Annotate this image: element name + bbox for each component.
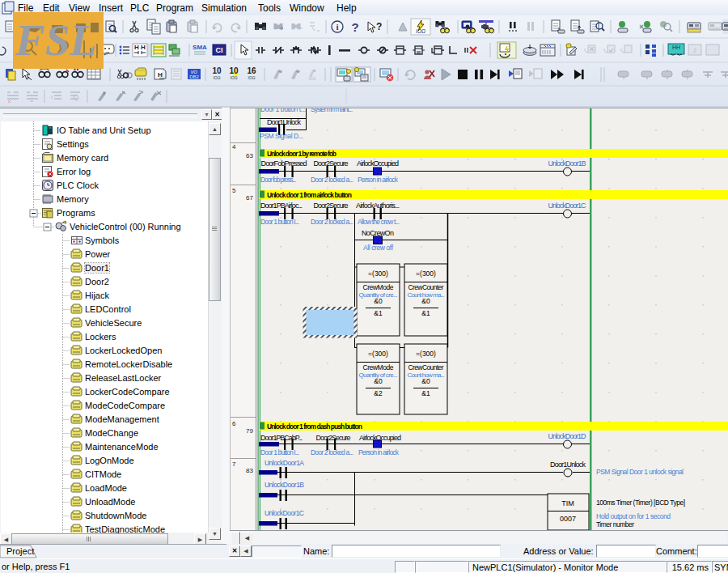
svg-text:Hold output on for 1 second: Hold output on for 1 second: [596, 512, 671, 520]
svg-text:79: 79: [246, 427, 253, 435]
svg-text:83: 83: [246, 467, 253, 474]
svg-text:UnlockDoor1D: UnlockDoor1D: [548, 432, 587, 440]
svg-text:&0: &0: [421, 377, 430, 385]
svg-text:2: 2: [693, 47, 697, 54]
svg-text:ΙΟΩ: ΙΟΩ: [213, 75, 220, 80]
svg-text:Person in airlock: Person in airlock: [358, 448, 400, 456]
svg-text:=(300): =(300): [416, 270, 436, 278]
svg-text:All crew off: All crew off: [363, 244, 394, 252]
svg-text:UnlockDoor1A: UnlockDoor1A: [265, 459, 304, 467]
svg-text:Door2Secure: Door2Secure: [314, 159, 349, 168]
svg-text:UnlockDoor1C: UnlockDoor1C: [265, 509, 304, 517]
svg-text:Door1PBAirloc...: Door1PBAirloc...: [260, 202, 303, 210]
svg-text:Count how ma...: Count how ma...: [408, 371, 445, 379]
svg-text:UnlockDoor1B: UnlockDoor1B: [548, 159, 586, 168]
svg-text:UnlockDoor1C: UnlockDoor1C: [548, 202, 587, 210]
svg-text:16: 16: [247, 66, 256, 75]
svg-text:&0: &0: [374, 377, 383, 385]
svg-text:6: 6: [232, 420, 236, 427]
svg-text:Door2Secure: Door2Secure: [316, 434, 351, 442]
svg-text:UnlockDoor1B: UnlockDoor1B: [265, 481, 304, 489]
svg-text:Unlock door 1 from dash push b: Unlock door 1 from dash push button: [267, 422, 362, 431]
svg-text:&0: &0: [421, 297, 430, 305]
svg-text:10: 10: [229, 66, 239, 75]
svg-text:Quantity of cre...: Quantity of cre...: [359, 371, 398, 379]
svg-text:Door1Unlock: Door1Unlock: [550, 461, 586, 469]
svg-text:5: 5: [232, 187, 236, 194]
svg-text:Timer number: Timer number: [596, 520, 634, 528]
svg-text:Door 2 locked a...: Door 2 locked a...: [311, 448, 353, 456]
svg-text:=(300): =(300): [368, 270, 388, 278]
svg-text:0007: 0007: [560, 515, 576, 523]
svg-text:CrewMode: CrewMode: [363, 283, 394, 291]
svg-text:Door 2 locked a...: Door 2 locked a...: [311, 218, 353, 226]
svg-text:&1: &1: [374, 309, 383, 317]
svg-text:=(300): =(300): [416, 350, 436, 358]
svg-text:ΙΟΩ: ΙΟΩ: [248, 75, 255, 80]
svg-text:&0: &0: [374, 297, 383, 305]
svg-text:Allow the crew t...: Allow the crew t...: [358, 218, 400, 226]
svg-text:100ms Timer (Timer) [BCD Type]: 100ms Timer (Timer) [BCD Type]: [596, 499, 685, 507]
svg-text:Door 1 button t...: Door 1 button t...: [260, 108, 306, 113]
svg-text:DB2: DB2: [189, 74, 199, 79]
svg-text:Count how ma...: Count how ma...: [408, 291, 445, 299]
svg-text:Person in airlock: Person in airlock: [358, 176, 399, 184]
svg-text:Door fob press...: Door fob press...: [260, 176, 296, 184]
svg-text:Door 1 button I...: Door 1 button I...: [260, 218, 299, 226]
svg-text:?: ?: [376, 21, 382, 32]
svg-text:7: 7: [232, 461, 236, 468]
svg-text:CrewMode: CrewMode: [363, 363, 394, 371]
svg-text:AirlockOccupied: AirlockOccupied: [357, 159, 399, 168]
svg-text:i: i: [336, 22, 338, 32]
svg-text:Quantity of cre...: Quantity of cre...: [359, 291, 398, 299]
svg-text:ΙΟΩ: ΙΟΩ: [416, 28, 425, 34]
svg-text:Door 1 button I...: Door 1 button I...: [260, 448, 299, 456]
svg-text:HH: HH: [672, 45, 680, 50]
svg-text:63: 63: [246, 152, 253, 159]
svg-text:Door 2 locked a...: Door 2 locked a...: [311, 176, 353, 184]
svg-text:&1: &1: [421, 389, 430, 397]
svg-text:PSM Signal Door 1 unlock signa: PSM Signal Door 1 unlock signal: [596, 468, 684, 476]
svg-text:H: H: [158, 71, 163, 79]
svg-text:4: 4: [232, 143, 236, 151]
svg-text:CI: CI: [216, 46, 223, 54]
svg-text:CrewCounter: CrewCounter: [408, 363, 444, 371]
svg-text:Unlock door 1 from airlock but: Unlock door 1 from airlock button: [267, 191, 352, 199]
svg-text:Door2Secure: Door2Secure: [314, 202, 349, 210]
svg-text:67: 67: [246, 194, 253, 202]
svg-text:?: ?: [351, 20, 358, 34]
svg-text:&2: &2: [374, 389, 383, 397]
svg-text:AirlockAuthoris...: AirlockAuthoris...: [356, 202, 400, 210]
svg-text:=(300): =(300): [368, 350, 388, 358]
svg-text:10: 10: [212, 66, 222, 75]
svg-text:SMA: SMA: [193, 44, 207, 51]
svg-text:TIM: TIM: [561, 499, 574, 507]
svg-text:&1: &1: [421, 309, 430, 317]
svg-text:Unlock door 1 by remote fob: Unlock door 1 by remote fob: [267, 150, 336, 158]
svg-text:System in maint...: System in maint...: [311, 108, 353, 113]
svg-text:ΙΟΩ: ΙΟΩ: [308, 76, 315, 81]
svg-text:PSM Signal D...: PSM Signal D...: [260, 132, 303, 140]
svg-text:Door1PBCabP...: Door1PBCabP...: [260, 434, 303, 442]
svg-text:ΙΟΩ: ΙΟΩ: [230, 75, 237, 80]
svg-text:H H: H H: [134, 44, 146, 51]
svg-text:CrewCounter: CrewCounter: [408, 283, 444, 291]
